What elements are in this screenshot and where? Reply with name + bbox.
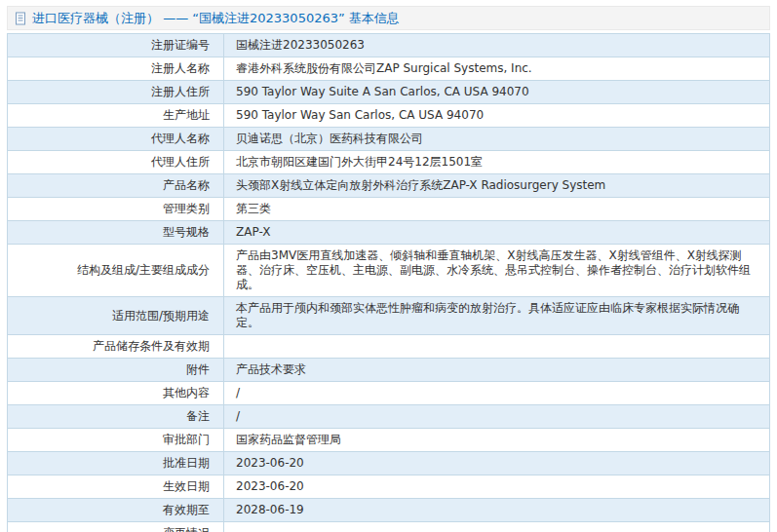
table-row: 审批部门国家药品监督管理局 [8,429,770,452]
table-row: 有效期至2028-06-19 [8,499,770,522]
row-value: 睿港外科系统股份有限公司ZAP Surgical Systems, Inc. [224,57,770,81]
table-row: 产品储存条件及有效期 [8,335,770,359]
row-value: 产品技术要求 [224,359,770,382]
row-value: 2023-06-20 [224,452,770,475]
table-row: 生产地址590 Taylor Way San Carlos, CA USA 94… [8,104,770,128]
row-label: 批准日期 [8,452,224,475]
row-label: 结构及组成/主要组成成分 [8,245,224,297]
row-label: 有效期至 [8,499,224,522]
row-label: 变更情况 [8,522,224,532]
table-row: 变更情况 [8,522,770,532]
table-row: 批准日期2023-06-20 [8,452,770,475]
table-row: 附件产品技术要求 [8,359,770,382]
row-label: 注册人住所 [8,81,224,104]
table-row: 结构及组成/主要组成成分产品由3MV医用直线加速器、倾斜轴和垂直轴机架、X射线高… [8,245,770,297]
row-value: 产品由3MV医用直线加速器、倾斜轴和垂直轴机架、X射线高压发生器、X射线管组件、… [224,245,770,297]
table-row: 生效日期2023-06-20 [8,475,770,499]
table-row: 注册人名称睿港外科系统股份有限公司ZAP Surgical Systems, I… [8,57,770,81]
row-value: 国家药品监督管理局 [224,429,770,452]
table-row: 适用范围/预期用途本产品用于颅内和颈部实体恶性肿瘤和病变的放射治疗。具体适应证应… [8,297,770,335]
row-label: 生产地址 [8,104,224,128]
row-value: 头颈部X射线立体定向放射外科治疗系统ZAP-X Radiosurgery Sys… [224,174,770,198]
row-label: 产品名称 [8,174,224,198]
page-title: 进口医疗器械（注册） —— “国械注进20233050263” 基本信息 [32,10,400,27]
row-label: 备注 [8,405,224,429]
table-row: 注册证编号国械注进20233050263 [8,34,770,57]
row-value: 第三类 [224,198,770,221]
section-header: 进口医疗器械（注册） —— “国械注进20233050263” 基本信息 [7,6,770,30]
row-label: 型号规格 [8,221,224,245]
row-value: 北京市朝阳区建国门外大街甲24号12层1501室 [224,151,770,174]
row-label: 审批部门 [8,429,224,452]
row-label: 其他内容 [8,382,224,405]
row-value: 本产品用于颅内和颈部实体恶性肿瘤和病变的放射治疗。具体适应证应由临床专家根据实际… [224,297,770,335]
row-value: ZAP-X [224,221,770,245]
row-value: / [224,382,770,405]
row-value: 贝迪诺思（北京）医药科技有限公司 [224,128,770,151]
row-value: 2023-06-20 [224,475,770,499]
table-row: 注册人住所590 Taylor Way Suite A San Carlos, … [8,81,770,104]
row-value [224,335,770,359]
table-row: 代理人名称贝迪诺思（北京）医药科技有限公司 [8,128,770,151]
row-label: 注册证编号 [8,34,224,57]
table-row: 其他内容/ [8,382,770,405]
table-row: 代理人住所北京市朝阳区建国门外大街甲24号12层1501室 [8,151,770,174]
row-label: 代理人名称 [8,128,224,151]
table-row: 管理类别第三类 [8,198,770,221]
info-table-body: 注册证编号国械注进20233050263注册人名称睿港外科系统股份有限公司ZAP… [8,34,770,532]
row-value: 590 Taylor Way San Carlos, CA USA 94070 [224,104,770,128]
row-label: 管理类别 [8,198,224,221]
row-value: 2028-06-19 [224,499,770,522]
page: 进口医疗器械（注册） —— “国械注进20233050263” 基本信息 注册证… [0,0,777,532]
row-label: 附件 [8,359,224,382]
row-value [224,522,770,532]
table-row: 型号规格ZAP-X [8,221,770,245]
row-label: 注册人名称 [8,57,224,81]
row-label: 适用范围/预期用途 [8,297,224,335]
document-icon [15,12,27,25]
info-table: 注册证编号国械注进20233050263注册人名称睿港外科系统股份有限公司ZAP… [7,33,770,532]
row-value: 国械注进20233050263 [224,34,770,57]
row-value: 590 Taylor Way Suite A San Carlos, CA US… [224,81,770,104]
table-row: 产品名称头颈部X射线立体定向放射外科治疗系统ZAP-X Radiosurgery… [8,174,770,198]
row-label: 代理人住所 [8,151,224,174]
row-label: 生效日期 [8,475,224,499]
table-row: 备注/ [8,405,770,429]
row-value: / [224,405,770,429]
row-label: 产品储存条件及有效期 [8,335,224,359]
